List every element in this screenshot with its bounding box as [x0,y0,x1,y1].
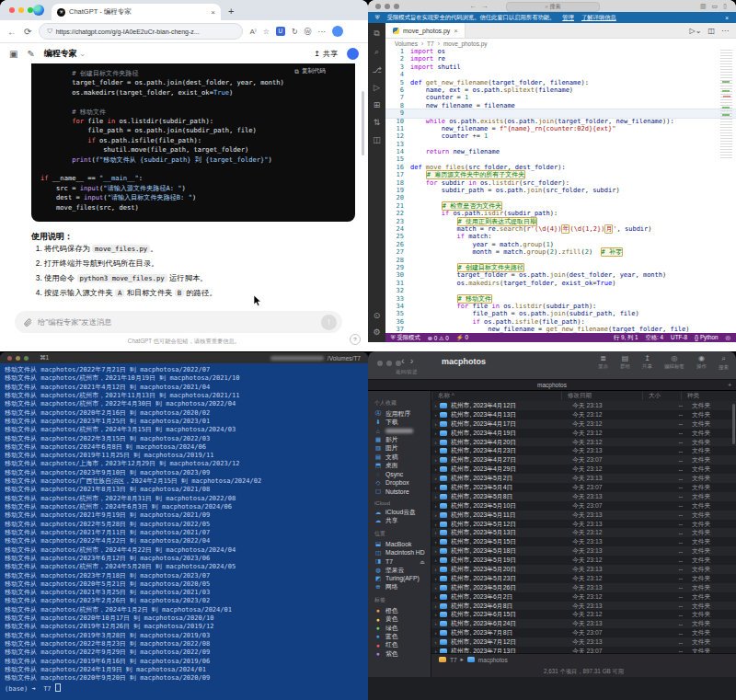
table-row[interactable]: ›杭州市, 2023年4月27日今天 23:07--文件夹 [431,455,736,465]
disclosure-icon[interactable]: › [431,603,440,609]
table-row[interactable]: ›杭州市, 2023年5月12日今天 23:13--文件夹 [431,520,736,529]
browser-profile-avatar[interactable] [332,26,343,37]
sidebar-item-红色[interactable]: ●红色 [374,641,431,649]
table-row[interactable]: ›杭州市, 2023年5月26日今天 23:13--文件夹 [431,583,736,592]
window-controls[interactable] [7,356,29,361]
sidebar-item-hidden[interactable]: ⌂ [374,427,431,435]
code-line[interactable]: 19 subdir_path = os.path.join(src_folder… [385,187,736,194]
code-line[interactable]: 20 [385,194,736,201]
restricted-mode-status[interactable]: ⛨ 受限模式 [391,334,420,342]
attach-icon[interactable] [24,318,32,327]
account-icon[interactable]: ⊙ [374,311,381,320]
sidebar-item-Macintosh HD[interactable]: ◫Macintosh HD [374,548,431,557]
encoding[interactable]: UTF-8 [671,334,687,342]
disclosure-icon[interactable]: › [431,476,440,481]
terminal-output[interactable]: 移动文件从 macphotos/2022年7月21日 到 macphotosa/… [0,363,368,696]
disclosure-icon[interactable]: › [431,548,440,554]
composer-placeholder[interactable]: 给"编程专家"发送消息 [38,317,112,327]
help-button[interactable]: ? [350,334,361,345]
minimize-window-button[interactable] [16,356,20,361]
sidebar-item-Turing(AFP)[interactable]: ◩Turing(AFP) [374,574,431,582]
path-item[interactable]: T7 [450,657,457,663]
disclosure-icon[interactable]: › [431,630,440,636]
code-line[interactable]: 25 if match: [385,233,736,240]
cursor-position[interactable]: 行 9, 列 1 [614,334,638,342]
finder-tabbar[interactable]: macphotos+ [368,380,736,391]
table-row[interactable]: ›杭州市, 2023年5月2日今天 23:13--文件夹 [431,474,736,483]
disclosure-icon[interactable]: › [431,430,440,436]
table-row[interactable]: ›杭州市, 2023年5月11日今天 23:13--文件夹 [431,511,736,520]
minimize-window-button[interactable] [385,4,390,9]
code-line[interactable]: 32 [385,287,736,294]
table-row[interactable]: ›杭州市, 2023年4月12日今天 23:13--文件夹 [431,401,736,410]
read-aloud-icon[interactable]: A⁾ [249,28,256,36]
window-controls[interactable] [375,4,399,9]
shell-prompt[interactable]: (base) ➜ T7 [5,683,363,694]
disclosure-icon[interactable]: › [431,576,440,581]
back-forward-buttons[interactable]: ‹› [401,355,419,366]
sidebar-item-下载[interactable]: ⬇下载 [374,418,431,426]
code-line[interactable]: 13 [385,141,736,148]
favorites-star-icon[interactable]: ☆ [263,28,270,36]
more-actions-icon[interactable]: ⋯ [721,27,729,35]
table-row[interactable]: ›杭州市, 2023年4月17日今天 23:12--文件夹 [431,419,736,429]
disclosure-icon[interactable]: › [431,639,440,645]
sidebar-item-黄色[interactable]: ●黄色 [374,614,431,623]
sidebar-toggle-icon[interactable]: ▣ [9,49,17,59]
table-row[interactable]: ›杭州市, 2023年7月12日今天 23:13--文件夹 [431,637,736,647]
sidebar-item-紫色[interactable]: ●紫色 [374,649,431,658]
tags-icon[interactable]: ◎编辑标签 [664,354,684,371]
sidebar-item-共享[interactable]: ☁共享 [374,516,431,524]
source-control-icon[interactable]: ⎇ [372,65,381,75]
code-line[interactable]: 2import re [385,55,736,63]
close-tab-icon[interactable]: × [211,8,215,17]
table-row[interactable]: ›杭州市, 2023年5月10日今天 23:07--文件夹 [431,501,736,511]
table-row[interactable]: ›杭州市, 2023年5月23日今天 23:12--文件夹 [431,574,736,583]
disclosure-icon[interactable]: › [431,485,440,490]
sidebar-item-网络[interactable]: ⊕网络 [374,583,431,591]
layout-toggle-icons[interactable]: ▥ ▭ ▯ [700,3,729,10]
code-line[interactable]: 10 while os.path.exists(os.path.join(tar… [385,118,736,125]
sidebar-item-Dropbox[interactable]: ◇Dropbox [374,478,431,487]
table-row[interactable]: ›杭州市, 2023年5月18日今天 23:13--文件夹 [431,546,736,556]
table-row[interactable]: ›杭州市, 2023年5月13日今天 23:12--文件夹 [431,528,736,537]
disclosure-icon[interactable]: › [431,466,440,472]
sidebar-item-Qsync[interactable]: ◌Qsync [374,470,431,478]
command-center[interactable]: ⌕ 搜索 [506,2,600,12]
disclosure-icon[interactable]: › [431,448,440,453]
breadcrumb-item[interactable]: Volumes [395,40,418,47]
browser-tab[interactable]: ✳ ChatGPT - 编程专家 × [52,4,221,20]
breadcrumb-item[interactable]: T7 [427,40,434,47]
sidebar-item-应用程序[interactable]: Ⓐ应用程序 [374,409,431,418]
disclosure-icon[interactable]: › [431,412,440,418]
table-row[interactable]: ›杭州市, 2023年4月29日今天 23:12--文件夹 [431,465,736,474]
minimize-window-button[interactable] [386,361,392,366]
indentation[interactable]: 空格: 4 [645,334,663,342]
extension-icon[interactable]: ↻ [292,28,298,36]
run-debug-icon[interactable]: ▷ [374,83,380,92]
sidebar-item-图片[interactable]: ▨图片 [374,444,431,453]
code-line[interactable]: 24 match = re.search(r'(\d{4})年(\d{1,2})… [385,225,736,233]
more-options-icon[interactable]: ⋯ [318,28,326,36]
sidebar-item-橙色[interactable]: ●橙色 [374,606,431,614]
disclosure-icon[interactable]: › [431,585,440,591]
code-line[interactable]: 4 [385,71,736,78]
code-line[interactable]: 11 new_filename = f"{name}_rn{counter:02… [385,125,736,132]
notifications-bell-icon[interactable]: ◎ [726,334,731,342]
code-line[interactable]: 1import os [385,48,736,55]
disclosure-icon[interactable]: › [431,457,440,463]
minimap[interactable] [720,50,732,160]
run-python-button[interactable]: ▷⌄ [690,27,702,35]
minimize-window-button[interactable] [18,7,24,13]
code-line[interactable]: 28 [385,257,736,264]
table-row[interactable]: ›杭州市, 2023年5月19日今天 23:12--文件夹 [431,556,736,565]
table-row[interactable]: ›杭州市, 2023年7月13日今天 23:07--文件夹 [431,647,736,653]
table-row[interactable]: ›杭州市, 2023年4月23日今天 23:13--文件夹 [431,446,736,455]
disclosure-icon[interactable]: › [431,440,440,445]
sidebar-item-影片[interactable]: ▦影片 [374,435,431,443]
table-row[interactable]: ›杭州市, 2023年5月4日今天 23:07--文件夹 [431,483,736,492]
refresh-icon[interactable]: ⟳ [24,27,31,37]
disclosure-icon[interactable]: › [431,594,440,600]
zoom-window-button[interactable] [24,356,29,361]
table-row[interactable]: ›杭州市, 2023年6月15日今天 23:12--文件夹 [431,610,736,619]
